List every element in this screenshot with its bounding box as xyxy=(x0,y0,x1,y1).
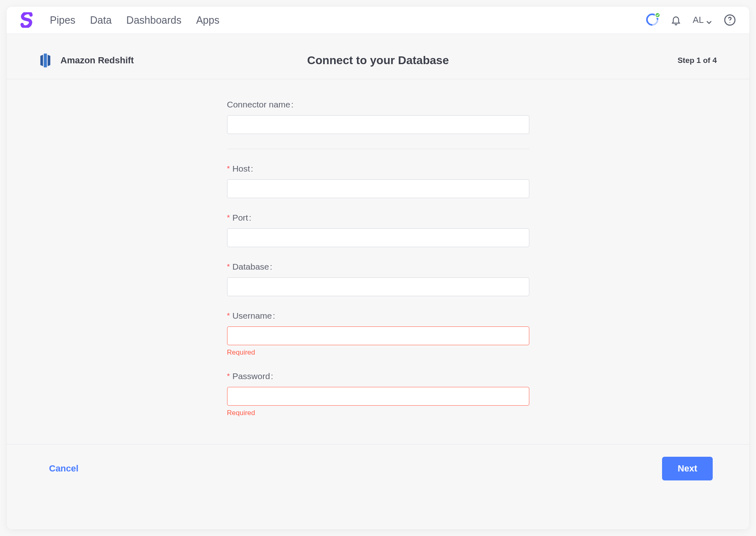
label-connector-name: Connector name xyxy=(227,100,290,109)
input-password[interactable] xyxy=(227,387,529,406)
error-password: Required xyxy=(227,409,529,417)
chevron-down-icon xyxy=(706,17,712,23)
form-divider xyxy=(227,149,529,149)
label-host: Host xyxy=(232,164,250,174)
error-username: Required xyxy=(227,348,529,357)
input-port[interactable] xyxy=(227,228,529,247)
notifications-icon[interactable] xyxy=(671,14,681,26)
label-password: Password xyxy=(232,371,270,381)
app-logo-icon[interactable] xyxy=(20,12,33,28)
nav-item-dashboards[interactable]: Dashboards xyxy=(126,14,181,26)
field-connector-name: Connector name: xyxy=(227,100,529,134)
label-username: Username xyxy=(232,311,272,321)
field-password: * Password: Required xyxy=(227,371,529,417)
field-port: * Port: xyxy=(227,213,529,247)
top-nav-right: AL xyxy=(646,13,736,27)
redshift-icon xyxy=(39,54,51,67)
field-host: * Host: xyxy=(227,164,529,198)
next-button[interactable]: Next xyxy=(662,457,713,480)
user-initials: AL xyxy=(693,15,704,25)
input-username[interactable] xyxy=(227,326,529,345)
nav-item-data[interactable]: Data xyxy=(90,14,112,26)
loading-status-icon[interactable] xyxy=(646,13,659,27)
field-username: * Username: Required xyxy=(227,311,529,357)
field-database: * Database: xyxy=(227,262,529,296)
help-icon[interactable] xyxy=(723,13,736,27)
status-success-badge xyxy=(655,12,660,18)
nav-item-pipes[interactable]: Pipes xyxy=(50,14,76,26)
required-asterisk: * xyxy=(227,262,230,271)
cancel-button[interactable]: Cancel xyxy=(49,463,78,474)
required-asterisk: * xyxy=(227,311,230,320)
svg-rect-2 xyxy=(44,54,47,67)
nav-item-apps[interactable]: Apps xyxy=(196,14,219,26)
user-menu[interactable]: AL xyxy=(693,15,712,25)
label-port: Port xyxy=(232,213,248,223)
step-indicator: Step 1 of 4 xyxy=(678,56,717,65)
label-database: Database xyxy=(232,262,269,272)
page-body: Amazon Redshift Connect to your Database… xyxy=(7,34,749,529)
required-asterisk: * xyxy=(227,372,230,381)
nav-items: Pipes Data Dashboards Apps xyxy=(50,14,219,26)
connector-source-name: Amazon Redshift xyxy=(60,55,134,66)
required-asterisk: * xyxy=(227,164,230,173)
page-title: Connect to your Database xyxy=(307,54,449,67)
required-asterisk: * xyxy=(227,213,230,222)
svg-point-1 xyxy=(729,22,730,23)
connection-form: Connector name: * Host: * Port: xyxy=(227,100,529,432)
app-shell: Pipes Data Dashboards Apps AL xyxy=(7,7,749,529)
input-database[interactable] xyxy=(227,277,529,296)
page-header: Amazon Redshift Connect to your Database… xyxy=(7,34,749,79)
top-nav: Pipes Data Dashboards Apps AL xyxy=(7,7,749,34)
input-connector-name[interactable] xyxy=(227,115,529,134)
footer: Cancel Next xyxy=(7,444,749,494)
input-host[interactable] xyxy=(227,179,529,198)
form-area: Connector name: * Host: * Port: xyxy=(7,79,749,444)
